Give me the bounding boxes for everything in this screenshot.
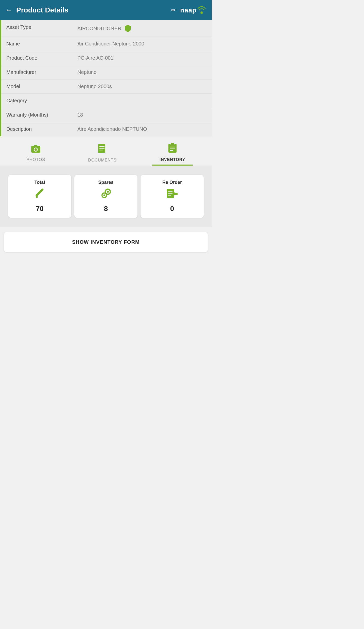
label-name: Name (6, 41, 77, 47)
value-model: Neptuno 2000s (77, 84, 207, 89)
value-manufacturer: Neptuno (77, 69, 207, 75)
tab-inventory[interactable]: INVENTORY (152, 140, 193, 166)
label-category: Category (6, 98, 77, 104)
value-description: Aire Acondicionado NEPTUNO (77, 126, 207, 132)
svg-point-0 (200, 11, 203, 14)
svg-point-3 (34, 148, 37, 151)
inventory-section: Total 70 Spares 8 Re Ord (0, 166, 212, 227)
reorder-icon (166, 188, 178, 202)
app-header: ← Product Details ✏ naap (0, 0, 212, 20)
card-total[interactable]: Total 70 (8, 175, 71, 218)
wrench-icon (34, 188, 45, 202)
detail-row-asset-type: Asset Type AIRCONDITIONER (1, 20, 212, 37)
details-section: Asset Type AIRCONDITIONER Name Air Condi… (0, 20, 212, 136)
shield-icon (124, 24, 131, 33)
document-icon (98, 143, 107, 156)
detail-row-warranty: Warranty (Months) 18 (1, 108, 212, 122)
card-reorder-title: Re Order (162, 180, 182, 185)
card-reorder-value: 0 (170, 205, 174, 213)
detail-row-product-code: Product Code PC-Aire AC-001 (1, 51, 212, 65)
label-product-code: Product Code (6, 55, 77, 61)
svg-rect-10 (171, 143, 174, 145)
svg-point-14 (36, 196, 38, 198)
logo-signal-icon (197, 5, 207, 15)
show-form-section: SHOW INVENTORY FORM (0, 227, 212, 257)
label-asset-type: Asset Type (6, 24, 77, 30)
detail-row-description: Description Aire Acondicionado NEPTUNO (1, 122, 212, 136)
back-button[interactable]: ← (5, 6, 12, 14)
tab-inventory-label: INVENTORY (160, 157, 185, 162)
tab-documents-label: DOCUMENTS (88, 158, 116, 163)
header-right: ✏ naap (171, 5, 207, 15)
card-reorder[interactable]: Re Order 0 (141, 175, 204, 218)
value-name: Air Conditioner Neptuno 2000 (77, 41, 207, 47)
label-manufacturer: Manufacturer (6, 69, 77, 75)
inventory-cards: Total 70 Spares 8 Re Ord (4, 171, 208, 222)
label-description: Description (6, 126, 77, 132)
logo-text: naap (180, 6, 197, 14)
page-title: Product Details (16, 6, 68, 14)
edit-icon[interactable]: ✏ (171, 7, 176, 14)
clipboard-icon (168, 143, 177, 155)
svg-rect-4 (34, 145, 37, 147)
gears-icon (100, 188, 112, 202)
card-total-value: 70 (36, 205, 44, 213)
svg-point-16 (107, 191, 109, 193)
detail-row-model: Model Neptuno 2000s (1, 79, 212, 94)
card-total-title: Total (34, 180, 45, 185)
card-spares-value: 8 (104, 205, 108, 213)
detail-row-category: Category (1, 94, 212, 108)
value-warranty: 18 (77, 112, 207, 118)
detail-row-manufacturer: Manufacturer Neptuno (1, 65, 212, 79)
svg-rect-9 (168, 144, 177, 153)
detail-row-name: Name Air Conditioner Neptuno 2000 (1, 37, 212, 51)
value-product-code: PC-Aire AC-001 (77, 55, 207, 61)
tabs-section: PHOTOS DOCUMENTS (0, 136, 212, 166)
svg-point-18 (103, 195, 105, 196)
tab-photos-label: PHOTOS (27, 157, 45, 162)
label-model: Model (6, 84, 77, 89)
asset-type-text: AIRCONDITIONER (77, 26, 121, 31)
value-asset-type: AIRCONDITIONER (77, 24, 207, 33)
header-left: ← Product Details (5, 6, 68, 14)
show-inventory-form-button[interactable]: SHOW INVENTORY FORM (4, 232, 208, 252)
tab-photos[interactable]: PHOTOS (19, 141, 53, 165)
app-logo: naap (180, 5, 207, 15)
card-spares[interactable]: Spares 8 (74, 175, 137, 218)
label-warranty: Warranty (Months) (6, 112, 77, 118)
tabs-row: PHOTOS DOCUMENTS (0, 140, 212, 166)
tab-documents[interactable]: DOCUMENTS (80, 141, 124, 165)
camera-icon (31, 144, 41, 155)
card-spares-title: Spares (98, 180, 113, 185)
